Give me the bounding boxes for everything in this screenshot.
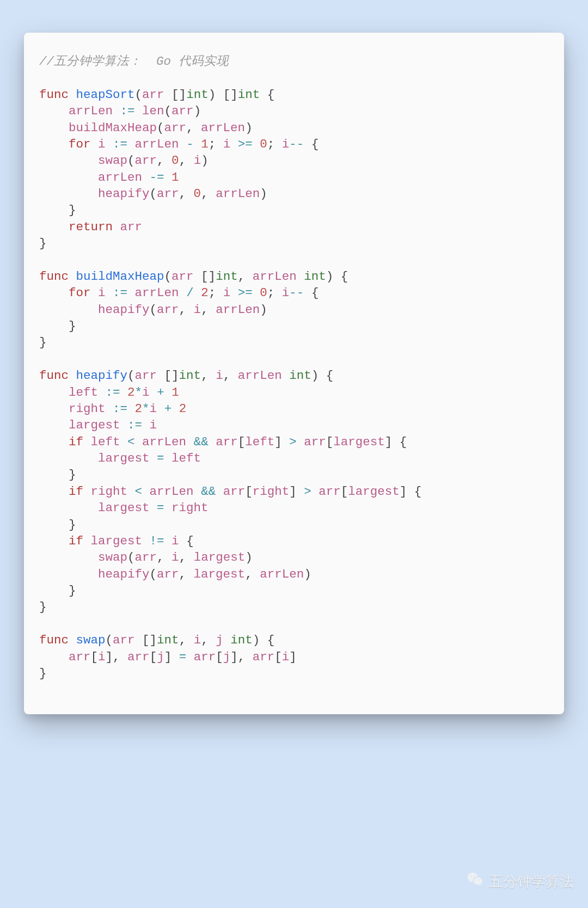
watermark-text: 五分钟学算法 (489, 872, 574, 891)
wechat-icon (466, 870, 485, 893)
watermark: 五分钟学算法 (466, 870, 574, 893)
code-card: //五分钟学算法： Go 代码实现 func heapSort(arr []in… (24, 33, 564, 714)
code-block: //五分钟学算法： Go 代码实现 func heapSort(arr []in… (39, 53, 549, 682)
